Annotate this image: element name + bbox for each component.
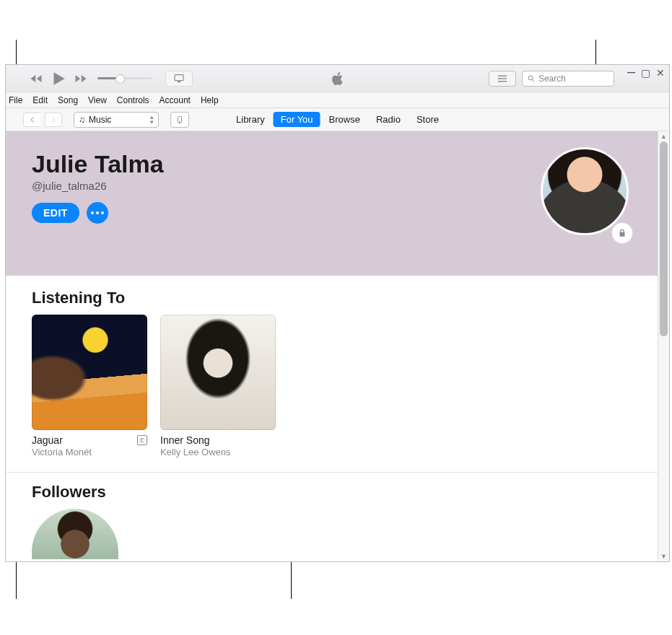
album-artist: Kelly Lee Owens	[160, 447, 276, 457]
player-bar: Search – ▢ ✕	[6, 65, 669, 92]
svg-rect-0	[175, 74, 183, 80]
tab-radio[interactable]: Radio	[369, 112, 408, 127]
menubar: File Edit Song View Controls Account Hel…	[6, 92, 669, 108]
menu-account[interactable]: Account	[160, 95, 191, 105]
device-button[interactable]	[170, 112, 189, 128]
explicit-badge: E	[137, 435, 147, 445]
airplay-button[interactable]	[165, 71, 193, 87]
section-divider	[6, 472, 658, 473]
scroll-thumb[interactable]	[660, 141, 668, 336]
minimize-icon[interactable]: –	[627, 64, 635, 79]
album-art	[32, 315, 147, 430]
menu-help[interactable]: Help	[201, 95, 219, 105]
menu-view[interactable]: View	[88, 95, 107, 105]
vertical-scrollbar[interactable]: ▲ ▼	[658, 131, 669, 561]
apple-logo-icon	[330, 71, 346, 87]
svg-rect-1	[498, 75, 507, 76]
album-list: Jaguar E Victoria Monét Inner Song Kelly…	[32, 315, 632, 457]
nav-row: ♫ Music ▴▾ Library For You Browse Radio …	[6, 108, 669, 131]
album-title: Jaguar	[32, 434, 63, 446]
lock-icon	[611, 222, 633, 244]
section-title-followers: Followers	[32, 483, 632, 502]
album-artist: Victoria Monét	[32, 447, 147, 457]
menu-song[interactable]: Song	[58, 95, 78, 105]
tab-store[interactable]: Store	[409, 112, 446, 127]
up-next-button[interactable]	[489, 71, 516, 87]
music-note-icon: ♫	[79, 115, 85, 125]
scroll-up-icon[interactable]: ▲	[658, 133, 669, 140]
more-button[interactable]	[87, 202, 108, 224]
tab-library[interactable]: Library	[229, 112, 272, 127]
menu-file[interactable]: File	[9, 95, 22, 105]
menu-controls[interactable]: Controls	[117, 95, 149, 105]
profile-name: Julie Talma	[32, 150, 629, 178]
next-track-icon[interactable]	[71, 71, 91, 87]
volume-slider[interactable]	[97, 77, 152, 79]
tab-browse[interactable]: Browse	[322, 112, 367, 127]
section-title-listening: Listening To	[32, 289, 632, 307]
content-scroll[interactable]: Julie Talma @julie_talma26 EDIT Listenin	[6, 131, 658, 561]
close-icon[interactable]: ✕	[656, 68, 665, 82]
album-art	[160, 315, 276, 430]
previous-track-icon[interactable]	[26, 71, 46, 87]
menu-edit[interactable]: Edit	[32, 95, 48, 105]
svg-rect-3	[498, 81, 507, 82]
search-placeholder: Search	[538, 74, 566, 84]
search-input[interactable]: Search	[522, 71, 614, 87]
profile-header: Julie Talma @julie_talma26 EDIT	[6, 131, 658, 276]
tab-for-you[interactable]: For You	[274, 112, 320, 127]
album-card[interactable]: Jaguar E Victoria Monét	[32, 315, 147, 457]
chevron-up-down-icon: ▴▾	[150, 115, 154, 125]
follower-avatar[interactable]	[32, 509, 118, 559]
media-kind-selector[interactable]: ♫ Music ▴▾	[74, 112, 159, 128]
svg-point-4	[528, 76, 533, 80]
avatar[interactable]	[541, 147, 629, 235]
scroll-down-icon[interactable]: ▼	[658, 553, 669, 560]
nav-forward-button[interactable]	[45, 113, 62, 127]
album-card[interactable]: Inner Song Kelly Lee Owens	[160, 315, 276, 457]
svg-rect-2	[498, 78, 507, 79]
maximize-icon[interactable]: ▢	[641, 68, 650, 82]
app-window: Search – ▢ ✕ File Edit Song View Control…	[5, 64, 670, 562]
edit-button[interactable]: EDIT	[32, 203, 79, 223]
main-tabs: Library For You Browse Radio Store	[229, 112, 446, 127]
profile-handle: @julie_talma26	[32, 180, 629, 192]
svg-point-6	[180, 121, 180, 122]
nav-back-button[interactable]	[23, 113, 40, 127]
album-title: Inner Song	[160, 434, 210, 446]
media-kind-label: Music	[89, 115, 111, 125]
play-icon[interactable]	[48, 71, 69, 87]
